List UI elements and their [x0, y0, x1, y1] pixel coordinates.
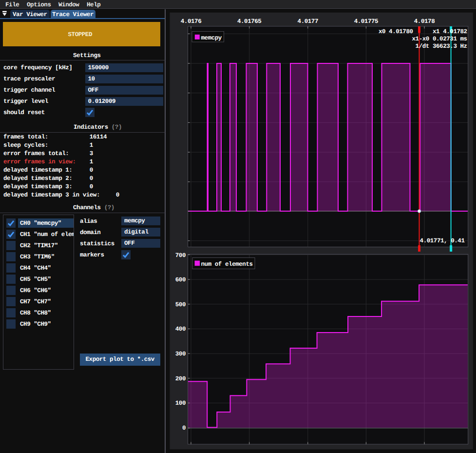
svg-text:0: 0 — [182, 425, 186, 432]
svg-text:100: 100 — [175, 400, 186, 407]
svg-text:500: 500 — [175, 301, 186, 308]
svg-text:4.0177: 4.0177 — [298, 18, 318, 25]
svg-text:4.01771, 0.41: 4.01771, 0.41 — [420, 237, 465, 244]
svg-text:memcpy: memcpy — [201, 35, 222, 41]
svg-text:x0 4.01780: x0 4.01780 — [379, 28, 413, 35]
svg-text:300: 300 — [175, 351, 186, 357]
svg-text:4.01765: 4.01765 — [237, 18, 262, 25]
svg-text:4.01775: 4.01775 — [354, 18, 379, 25]
svg-text:4.0178: 4.0178 — [414, 18, 435, 25]
svg-text:1/dt 36623.3 Hz: 1/dt 36623.3 Hz — [416, 43, 467, 50]
svg-text:x1 4.01782: x1 4.01782 — [433, 28, 467, 35]
svg-text:4.0176: 4.0176 — [181, 18, 201, 25]
svg-text:600: 600 — [175, 276, 186, 283]
svg-text:700: 700 — [175, 252, 186, 259]
svg-text:400: 400 — [175, 326, 186, 333]
svg-text:200: 200 — [175, 375, 186, 382]
svg-text:x1-x0 0.02731 ms: x1-x0 0.02731 ms — [412, 36, 467, 42]
svg-text:num of elements: num of elements — [201, 261, 253, 268]
